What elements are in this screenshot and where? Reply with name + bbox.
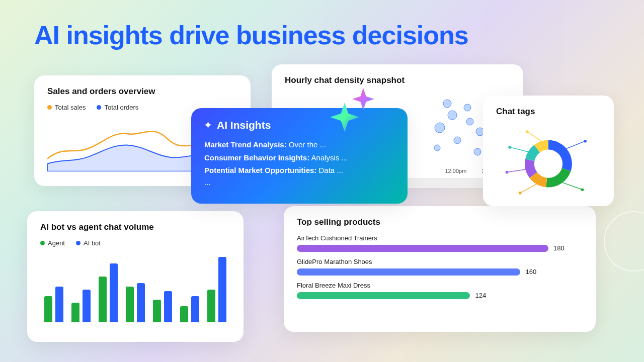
ai-insight-line: Potential Market Opportunities: Data ... — [204, 164, 394, 177]
density-title: Hourly chat density snapshot — [285, 75, 510, 85]
ai-bot-bar — [164, 291, 172, 322]
ai-insight-line: Consumer Behavior Insights: Analysis ... — [204, 151, 394, 164]
product-bar — [297, 292, 470, 299]
legend-ai-bot: AI bot — [76, 239, 101, 247]
product-row: GlidePro Marathon Shoes160 — [297, 258, 583, 276]
ai-insights-title: AI Insights — [217, 119, 271, 131]
svg-point-7 — [434, 145, 440, 151]
ai-more-ellipsis: ... — [204, 178, 394, 187]
dot-icon — [40, 241, 45, 245]
bar-group — [44, 287, 63, 323]
svg-line-9 — [567, 141, 586, 149]
legend-label: Agent — [48, 239, 65, 247]
ai-bot-bar — [218, 257, 226, 322]
card-chat-tags: Chat tags — [483, 96, 614, 206]
agent-bar — [180, 306, 188, 323]
product-name: GlidePro Marathon Shoes — [297, 258, 583, 265]
volume-title: AI bot vs agent chat volume — [40, 222, 230, 232]
card-ai-insights: ✦ AI Insights Market Trend Analysis: Ove… — [191, 108, 408, 204]
product-value: 180 — [553, 244, 565, 252]
legend-label: Total sales — [55, 104, 86, 111]
ai-bot-bar — [110, 263, 118, 322]
product-value: 160 — [525, 268, 536, 276]
svg-point-0 — [443, 100, 451, 108]
svg-line-15 — [507, 169, 526, 172]
ai-insight-line: Market Trend Analysis: Over the ... — [204, 138, 394, 151]
top-title: Top selling products — [297, 217, 583, 227]
agent-bar — [44, 296, 52, 322]
svg-line-19 — [527, 132, 541, 141]
card-chat-volume: AI bot vs agent chat volume Agent AI bot — [27, 211, 244, 342]
legend-total-orders: Total orders — [97, 104, 138, 111]
svg-line-17 — [510, 147, 529, 152]
product-name: Floral Breeze Maxi Dress — [297, 282, 583, 289]
bar-group — [207, 257, 226, 322]
agent-bar — [71, 303, 79, 322]
svg-line-13 — [520, 184, 537, 193]
bar-group — [180, 296, 199, 322]
sparkle-decor-icon — [330, 103, 359, 132]
hero-title: AI insights drive business decisions — [34, 20, 468, 50]
dot-icon — [76, 241, 80, 245]
ai-bot-bar — [55, 287, 63, 323]
dot-icon — [97, 105, 101, 110]
svg-point-6 — [454, 137, 461, 144]
agent-bar — [99, 277, 107, 322]
ai-bot-bar — [83, 290, 91, 322]
tags-donut-chart — [496, 124, 601, 199]
dot-icon — [47, 105, 52, 110]
product-row: Floral Breeze Maxi Dress124 — [297, 282, 583, 299]
agent-bar — [126, 287, 134, 323]
ai-bot-bar — [191, 296, 199, 322]
bar-group — [99, 263, 118, 322]
sparkle-icon: ✦ — [204, 120, 212, 131]
product-bar — [297, 268, 520, 276]
product-name: AirTech Cushioned Trainers — [297, 234, 583, 242]
svg-point-12 — [581, 188, 584, 191]
svg-point-16 — [506, 171, 509, 174]
bar-group — [126, 283, 145, 322]
legend-label: Total orders — [104, 104, 138, 111]
x-tick-label: 12:00pm — [445, 168, 466, 174]
svg-point-8 — [474, 148, 481, 155]
product-value: 124 — [475, 292, 486, 299]
agent-bar — [207, 290, 215, 322]
product-row: AirTech Cushioned Trainers180 — [297, 234, 583, 252]
ai-bot-bar — [137, 283, 145, 322]
svg-point-10 — [584, 140, 587, 143]
svg-point-1 — [464, 104, 471, 111]
svg-point-4 — [435, 123, 445, 133]
svg-point-18 — [508, 146, 511, 149]
bar-group — [153, 291, 172, 322]
card-top-products: Top selling products AirTech Cushioned T… — [284, 206, 596, 332]
svg-point-20 — [526, 130, 529, 133]
legend-total-sales: Total sales — [47, 104, 86, 111]
volume-bar-chart — [40, 252, 230, 322]
legend-label: AI bot — [84, 239, 101, 247]
agent-bar — [153, 300, 161, 323]
svg-line-11 — [562, 183, 582, 190]
svg-point-2 — [448, 111, 457, 120]
sales-title: Sales and orders overview — [47, 86, 237, 97]
volume-legend: Agent AI bot — [40, 239, 230, 247]
bar-group — [71, 290, 91, 322]
legend-agent: Agent — [40, 239, 65, 247]
top-products-list: AirTech Cushioned Trainers180GlidePro Ma… — [297, 234, 583, 299]
product-bar — [297, 245, 548, 252]
decor-circle — [604, 211, 644, 272]
tags-title: Chat tags — [496, 107, 601, 117]
svg-point-3 — [466, 118, 473, 125]
svg-point-14 — [519, 192, 522, 195]
